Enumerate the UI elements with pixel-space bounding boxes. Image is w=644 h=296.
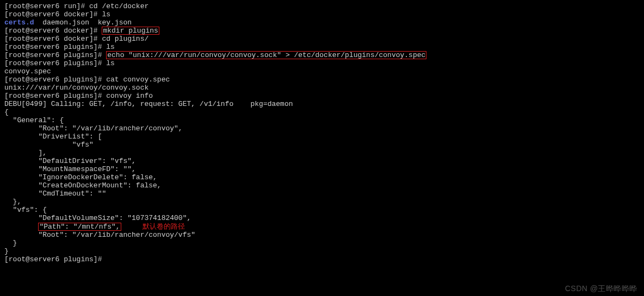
prompt-line: [root@server6 plugins]# ls <box>4 59 640 67</box>
prompt-line: [root@server6 docker]# ls <box>4 10 640 18</box>
json-line: "vfs": { <box>4 206 640 214</box>
json-line: }, <box>4 198 640 206</box>
watermark: CSDN @王晔晔晔晔 <box>565 285 637 293</box>
prompt-line: [root@server6 plugins]# ls <box>4 43 640 51</box>
json-line: "DefaultVolumeSize": "107374182400", <box>4 214 640 222</box>
prompt-line: [root@server6 run]# cd /etc/docker <box>4 2 640 10</box>
prompt-line: [root@server6 plugins]# echo "unix:///va… <box>4 51 640 59</box>
json-line: } <box>4 247 640 255</box>
prompt-line: [root@server6 plugins]# convoy info <box>4 92 640 100</box>
dir-entry: certs.d <box>4 18 34 27</box>
json-line: "CreateOnDockerMount": false, <box>4 181 640 190</box>
prompt-line: [root@server6 plugins]# cat convoy.spec <box>4 75 640 84</box>
json-line: "DriverList": [ <box>4 133 640 141</box>
prompt-line: [root@server6 plugins]# <box>4 255 640 263</box>
ls-output: certs.d daemon.json key.json <box>4 18 640 27</box>
json-line: "DefaultDriver": "vfs", <box>4 157 640 165</box>
highlight-box: "Path": "/mnt/nfs", <box>38 223 121 231</box>
json-line: "Root": "/var/lib/rancher/convoy/vfs" <box>4 231 640 239</box>
json-line: } <box>4 239 640 247</box>
json-line: "vfs" <box>4 141 640 149</box>
json-line: "Root": "/var/lib/rancher/convoy", <box>4 124 640 133</box>
highlight-box: echo "unix:///var/run/convoy/convoy.sock… <box>106 51 426 59</box>
json-line: "IgnoreDockerDelete": false, <box>4 173 640 181</box>
highlight-box: mkdir plugins <box>102 27 159 35</box>
output-line: unix:///var/run/convoy/convoy.sock <box>4 84 640 92</box>
json-line: "General": { <box>4 116 640 124</box>
output-line: DEBU[0499] Calling: GET, /info, request:… <box>4 100 640 108</box>
json-line: { <box>4 108 640 116</box>
output-line: convoy.spec <box>4 67 640 75</box>
json-line: "CmdTimeout": "" <box>4 190 640 198</box>
terminal-output[interactable]: [root@server6 run]# cd /etc/docker [root… <box>4 2 640 263</box>
prompt-line: [root@server6 docker]# mkdir plugins <box>4 27 640 35</box>
prompt-line: [root@server6 docker]# cd plugins/ <box>4 35 640 43</box>
json-line: "MountNamespaceFD": "", <box>4 165 640 173</box>
annotation-text: 默认卷的路径 <box>143 222 185 230</box>
json-line: ], <box>4 149 640 157</box>
json-line: "Path": "/mnt/nfs", 默认卷的路径 <box>4 222 640 231</box>
